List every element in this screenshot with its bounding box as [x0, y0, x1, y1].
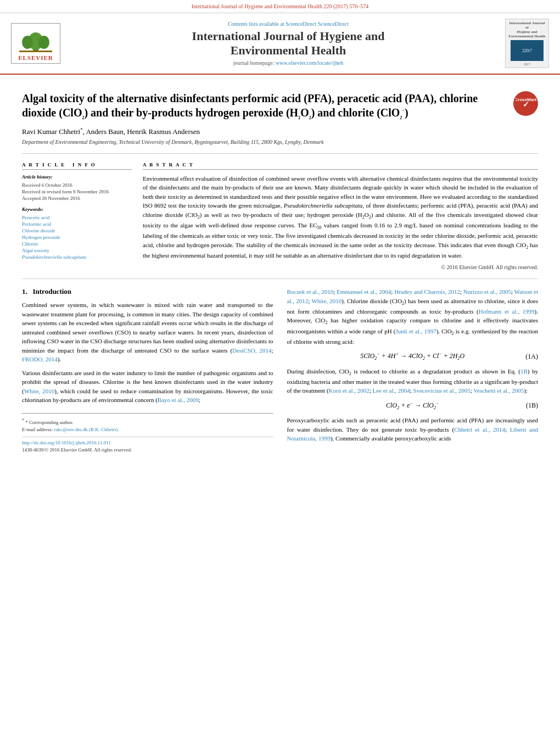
intro-p1: Combined sewer systems, in which wastewa…	[22, 300, 273, 364]
issn-footnote: 1438-4639/© 2016 Elsevier GmbH. All righ…	[22, 447, 273, 453]
email-link[interactable]: rakc@env.dtu.dk (R.K. Chhetri).	[54, 427, 119, 432]
footnote-section: * * Corresponding author. E-mail address…	[22, 413, 273, 453]
article-info-label: A R T I C L E I N F O	[22, 162, 132, 170]
svg-text:CrossMark: CrossMark	[516, 97, 536, 102]
journal-citation-text: International Journal of Hygiene and Env…	[192, 3, 368, 9]
white2010b-link[interactable]: White, 2010	[311, 298, 341, 304]
svecevicius-link[interactable]: Svecevicius et al., 2005	[413, 387, 471, 394]
keyword-performic: Performic acid	[22, 221, 132, 227]
crossmark-icon: ✓ CrossMark	[513, 91, 538, 116]
white2010-link[interactable]: White, 2010	[24, 388, 55, 394]
body-divider	[22, 278, 538, 279]
revised-date: Received in revised form 9 November 2016	[22, 189, 132, 194]
junli-link[interactable]: Junli et al., 1997	[395, 328, 436, 334]
equation-1b-block: ClO2 + e− → ClO2− (1B)	[287, 401, 539, 410]
right-p2: During disinfection, ClO2 is reduced to …	[287, 367, 539, 395]
crossmark-badge: ✓ CrossMark	[513, 91, 538, 116]
body-section: 1. Introduction Combined sewer systems, …	[22, 287, 538, 454]
veschetti-link[interactable]: Veschetti et al., 2005	[473, 387, 524, 394]
article-title-section: Algal toxicity of the alternative disinf…	[22, 91, 538, 121]
doi-footnote: http://dx.doi.org/10.1016/j.ijheh.2016.1…	[22, 440, 273, 445]
boczek-link[interactable]: Boczek et al., 2010	[287, 288, 334, 295]
main-content: Algal toxicity of the alternative disinf…	[0, 75, 560, 465]
korn-link[interactable]: Korn et al., 2002	[329, 387, 369, 394]
svg-rect-4	[19, 51, 52, 52]
equation-1a-number: (1A)	[525, 353, 538, 361]
hofmann-link[interactable]: Hofmann et al., 1999	[479, 308, 535, 315]
desicso-link[interactable]: DesiCSO, 2014	[232, 347, 271, 354]
chhetri2014-link[interactable]: Chhetri et al., 2014	[454, 426, 505, 433]
keywords-list: Peracetic acid Performic acid Chlorine d…	[22, 215, 132, 260]
journal-title-section: Contents lists available at ScienceDirec…	[71, 21, 505, 66]
article-info-col: A R T I C L E I N F O Article history: R…	[22, 162, 132, 271]
eq1b-ref[interactable]: 1B	[520, 368, 528, 375]
article-info-abstract-section: A R T I C L E I N F O Article history: R…	[22, 162, 538, 271]
abstract-col: A B S T R A C T Environmental effect eva…	[143, 162, 538, 271]
journal-homepage-link: journal homepage: www.elsevier.com/locat…	[71, 60, 505, 66]
keyword-pseudokirchneriella: Pseudokirchneriella subcapitata	[22, 254, 132, 260]
keyword-chlorine-dioxide: Chlorine dioxide	[22, 228, 132, 233]
nurizzo-link[interactable]: Nurizzo et al., 2005	[463, 288, 511, 295]
keywords-label: Keywords:	[22, 207, 132, 212]
email-footnote: E-mail address: rakc@env.dtu.dk (R.K. Ch…	[22, 427, 273, 432]
keyword-algal-toxicity: Algal toxicity	[22, 248, 132, 253]
equation-1b-number: (1B)	[526, 401, 538, 410]
journal-cover-image: International Journal ofHygiene andEnvir…	[505, 19, 549, 68]
keyword-peracetic: Peracetic acid	[22, 215, 132, 220]
bayo2009-link[interactable]: Bayo et al., 2009	[158, 397, 199, 403]
right-p3: Peroxycarboxylic acids such as peracetic…	[287, 416, 539, 443]
divider-line	[22, 153, 538, 154]
keyword-hydrogen-peroxide: Hydrogen peroxide	[22, 235, 132, 240]
industry-word: industry	[253, 378, 273, 385]
svg-point-3	[38, 36, 49, 49]
authors-text: Ravi Kumar Chhetri*, Anders Baun, Henrik…	[22, 127, 200, 136]
affiliation-text: Department of Environmental Engineering,…	[22, 139, 538, 145]
keyword-chlorite: Chlorite	[22, 241, 132, 247]
copyright-text: © 2016 Elsevier GmbH. All rights reserve…	[143, 264, 538, 270]
received-date: Received 6 October 2016	[22, 182, 132, 188]
body-right-col: Boczek et al., 2010; Emmanuel et al., 20…	[287, 287, 539, 454]
equation-1b-text: ClO2 + e− → ClO2−	[287, 401, 539, 410]
svg-point-2	[22, 36, 33, 49]
authors-line: Ravi Kumar Chhetri*, Anders Baun, Henrik…	[22, 126, 538, 136]
accepted-date: Accepted 26 November 2016	[22, 196, 132, 201]
elsevier-tree-icon	[16, 26, 55, 53]
article-title-text: Algal toxicity of the alternative disinf…	[22, 91, 505, 121]
abstract-label: A B S T R A C T	[143, 162, 538, 170]
journal-citation-bar: International Journal of Hygiene and Env…	[0, 0, 560, 13]
equation-1a-block: 5ClO2− + 4H+ → 4ClO2 + Cl− + 2H2O (1A)	[287, 352, 539, 361]
hrudey-link[interactable]: Hrudey and Charrois, 2012	[394, 288, 460, 295]
body-left-col: 1. Introduction Combined sewer systems, …	[22, 287, 273, 454]
right-p1: Boczek et al., 2010; Emmanuel et al., 20…	[287, 287, 539, 346]
abstract-text: Environmental effect evaluation of disin…	[143, 174, 538, 260]
journal-title-main: International Journal of Hygiene andEnvi…	[71, 29, 505, 58]
frodo-link[interactable]: FRODO, 2014	[22, 356, 58, 362]
elsevier-logo: ELSEVIER	[11, 23, 60, 64]
intro-p2: Various disinfectants are used in the wa…	[22, 369, 273, 405]
lee-link[interactable]: Lee et al., 2004	[373, 387, 410, 394]
equation-1a-text: 5ClO2− + 4H+ → 4ClO2 + Cl− + 2H2O	[287, 352, 539, 361]
history-label: Article history:	[22, 174, 132, 180]
sciencedirect-text: Contents lists available at ScienceDirec…	[71, 21, 505, 27]
intro-heading: 1. Introduction	[22, 287, 273, 296]
corresponding-footnote: * * Corresponding author.	[22, 418, 273, 425]
emmanuel-link[interactable]: Emmanuel et al., 2004	[337, 288, 391, 295]
journal-header: ELSEVIER Contents lists available at Sci…	[0, 13, 560, 75]
doi-link[interactable]: http://dx.doi.org/10.1016/j.ijheh.2016.1…	[22, 440, 111, 445]
elsevier-text: ELSEVIER	[18, 54, 53, 61]
